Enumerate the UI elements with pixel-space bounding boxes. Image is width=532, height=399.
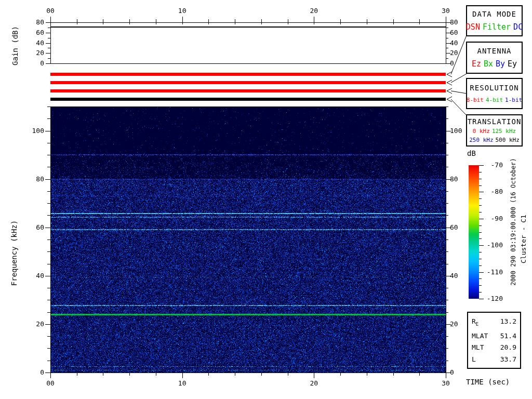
table-row: MLAT 51.4 — [472, 332, 516, 340]
gain-tick-label: 0 — [23, 59, 44, 68]
legend-items: DSNFilterDC — [466, 22, 523, 32]
legend-item: Ez — [472, 59, 481, 69]
legend-item: 500 kHz — [496, 137, 520, 143]
freq-tick-label: 80 — [450, 175, 471, 183]
row-value: 51.4 — [500, 332, 516, 340]
ephemeris-table: RE 13.2 MLAT 51.4 MLT 20.9 L 33.7 — [467, 312, 521, 369]
legend-title: DATA MODE — [472, 10, 516, 18]
spectrogram-heatmap — [50, 107, 446, 373]
colorbar-tick-label: -100 — [483, 241, 503, 249]
time-tick-label: 30 — [435, 7, 456, 15]
gain-tick-label: 60 — [23, 29, 44, 37]
legend-item: DSN — [466, 22, 480, 32]
legend-item: 8-bit — [467, 97, 484, 103]
colorbar-tick-label: -90 — [483, 215, 503, 223]
freq-tick-label: 40 — [450, 272, 471, 280]
spacecraft-annotation: Cluster - C1 — [520, 205, 528, 273]
frequency-axis-title: Frequency (kHz) — [10, 211, 18, 295]
row-label: MLAT — [472, 332, 488, 340]
colorbar-tick-label: -110 — [483, 268, 503, 276]
legend-items: EzBxByEy — [472, 59, 517, 69]
row-value: 33.7 — [500, 355, 516, 363]
row-label: MLT — [472, 343, 484, 351]
resolution-bar — [50, 89, 446, 92]
freq-tick-label: 20 — [23, 320, 44, 328]
data-mode-legend-box: DATA MODE DSNFilterDC — [466, 5, 523, 36]
row-value: 13.2 — [500, 317, 516, 328]
time-tick-label: 20 — [303, 379, 324, 388]
colorbar-tick-label: -70 — [483, 161, 503, 169]
row-label: L — [472, 355, 476, 363]
legend-items: 0 kHz125 kHz — [473, 128, 516, 135]
colorbar-title: dB — [467, 149, 476, 157]
legend-item: Ey — [508, 59, 517, 69]
gain-tick-label: 80 — [23, 18, 44, 26]
legend-title: RESOLUTION — [470, 84, 518, 92]
legend-title: TRANSLATION — [468, 117, 522, 126]
legend-item: DC — [513, 22, 523, 32]
wbd-spectrogram-plot: 0000101020203030002020404060608080002020… — [0, 0, 532, 399]
colorbar-tick-label: -80 — [483, 188, 503, 196]
legend-item: 4-bit — [486, 97, 503, 103]
freq-tick-label: 0 — [450, 368, 471, 377]
table-row: MLT 20.9 — [472, 343, 516, 351]
legend-item: 0 kHz — [473, 128, 490, 135]
translation-bar — [50, 98, 446, 101]
legend-item: 1-bit — [505, 97, 522, 103]
time-axis-title: TIME (sec) — [466, 378, 510, 386]
legend-title: ANTENNA — [477, 47, 511, 55]
time-tick-label: 10 — [172, 379, 193, 388]
row-label: RE — [472, 317, 478, 328]
time-tick-label: 10 — [172, 7, 193, 15]
time-tick-label: 30 — [435, 379, 456, 388]
gain-tick-label: 20 — [23, 49, 44, 57]
datetime-annotation: 2000 290 03:19:00.000 (16 October) — [509, 149, 517, 295]
freq-tick-label: 80 — [23, 175, 44, 183]
time-tick-label: 00 — [40, 379, 61, 388]
legend-item: Filter — [483, 22, 511, 32]
freq-tick-label: 100 — [23, 127, 44, 135]
resolution-legend-box: RESOLUTION 8-bit4-bit1-bit — [466, 78, 523, 109]
legend-item: 250 kHz — [469, 137, 493, 143]
freq-tick-label: 60 — [23, 223, 44, 232]
gain-tick-label: 40 — [23, 39, 44, 47]
freq-tick-label: 40 — [23, 272, 44, 280]
time-tick-label: 20 — [303, 7, 324, 15]
legend-item: Bx — [484, 59, 493, 69]
antenna-legend-box: ANTENNA EzBxByEy — [466, 42, 523, 74]
table-row: L 33.7 — [472, 355, 516, 363]
legend-item: By — [496, 59, 505, 69]
gain-axis-title: Gain (dB) — [11, 20, 19, 72]
antenna-bar — [50, 81, 446, 84]
freq-tick-label: 60 — [450, 223, 471, 232]
time-tick-label: 00 — [40, 7, 61, 15]
freq-tick-label: 0 — [23, 368, 44, 377]
colorbar-tick-label: -120 — [483, 295, 503, 303]
data-mode-bar — [50, 73, 446, 76]
legend-items: 8-bit4-bit1-bit — [467, 97, 522, 103]
legend-item: 125 kHz — [492, 128, 516, 135]
translation-legend-box: TRANSLATION 0 kHz125 kHz 250 kHz500 kHz — [466, 114, 523, 147]
row-value: 20.9 — [500, 343, 516, 351]
legend-items: 250 kHz500 kHz — [469, 137, 520, 143]
table-row: RE 13.2 — [472, 317, 516, 328]
colorbar-gradient — [469, 165, 479, 299]
